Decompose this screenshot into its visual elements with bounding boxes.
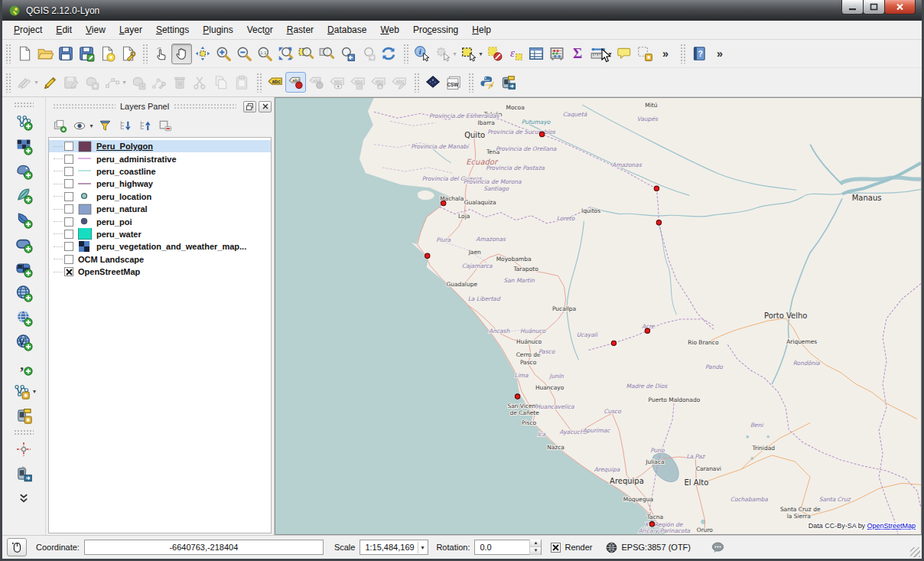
new-print-composer-button[interactable] xyxy=(96,44,117,64)
toolbar-handle[interactable] xyxy=(256,73,262,93)
new-shapefile-layer-button[interactable] xyxy=(10,380,33,403)
metasearch-csw-button[interactable]: CSW xyxy=(443,72,464,93)
toolbar-handle[interactable] xyxy=(414,73,420,93)
layer-visibility-checkbox[interactable] xyxy=(64,242,73,251)
toggle-editing-button[interactable] xyxy=(40,72,60,93)
layer-visibility-checkbox[interactable] xyxy=(64,230,73,239)
toolbar-handle[interactable] xyxy=(680,44,686,64)
toolbar-handle[interactable] xyxy=(142,44,148,64)
toolbar-handle[interactable] xyxy=(14,429,34,435)
toolbar-handle[interactable] xyxy=(468,73,474,93)
refresh-map-button[interactable] xyxy=(378,44,399,64)
zoom-out-button[interactable] xyxy=(233,44,254,64)
close-button[interactable] xyxy=(884,0,916,15)
touch-zoom-and-pan-button[interactable] xyxy=(151,44,171,64)
layer-row-peru-natural[interactable]: peru_natural xyxy=(49,203,271,215)
coordinate-tracking-button[interactable] xyxy=(7,538,27,556)
layer-row-peru-vegetation-and-weather-map-[interactable]: peru_vegetation_and_weather_map... xyxy=(49,240,271,253)
collapse-all-button[interactable] xyxy=(135,116,155,135)
crs-status-button[interactable] xyxy=(602,538,622,556)
menu-plugins[interactable]: Plugins xyxy=(196,22,239,38)
new-project-button[interactable] xyxy=(14,44,34,64)
menu-processing[interactable]: Processing xyxy=(406,22,465,38)
coordinate-capture-button[interactable] xyxy=(12,438,35,461)
pan-to-selection-button[interactable] xyxy=(192,44,213,64)
window-resize-grip[interactable] xyxy=(910,547,920,557)
scale-dropdown-icon[interactable]: ▾ xyxy=(418,542,426,553)
add-postgis-layer-button[interactable] xyxy=(12,159,35,182)
toolbar-handle[interactable] xyxy=(14,102,34,108)
expand-all-button[interactable] xyxy=(115,116,135,135)
scale-combobox[interactable]: 1:15,484,169▾ xyxy=(360,540,428,555)
add-vector-layer-button[interactable] xyxy=(12,110,35,133)
minimize-button[interactable] xyxy=(841,0,864,15)
layer-row-openstreetmap[interactable]: OpenStreetMap xyxy=(49,266,271,278)
panel-float-button[interactable] xyxy=(243,101,256,113)
menu-edit[interactable]: Edit xyxy=(49,22,79,38)
menu-database[interactable]: Database xyxy=(320,22,373,38)
pin-unpin-labels-button[interactable]: ab xyxy=(285,72,306,93)
add-oracle-layer-button[interactable] xyxy=(12,233,35,256)
toolbar-handle[interactable] xyxy=(5,44,11,64)
layer-row-peru-coastline[interactable]: peru_coastline xyxy=(49,165,271,178)
menu-raster[interactable]: Raster xyxy=(280,22,320,38)
menu-web[interactable]: Web xyxy=(373,22,405,38)
add-group-button[interactable] xyxy=(50,116,70,135)
layer-row-peru-location[interactable]: peru_location xyxy=(49,191,271,203)
layer-labeling-options-button[interactable]: abc xyxy=(265,72,285,93)
add-spatialite-layer-button[interactable] xyxy=(12,184,35,207)
zoom-to-layer-button[interactable] xyxy=(316,44,337,64)
remove-layer-group-button[interactable] xyxy=(155,116,174,135)
layer-visibility-checkbox[interactable] xyxy=(64,179,73,188)
toolbar-handle[interactable] xyxy=(5,73,11,93)
layer-visibility-checkbox[interactable] xyxy=(64,267,73,276)
osm-attribution-link[interactable]: OpenStreetMap xyxy=(867,522,916,530)
layer-visibility-checkbox[interactable] xyxy=(64,192,73,201)
zoom-in-button[interactable] xyxy=(213,44,233,64)
new-bookmark-button[interactable] xyxy=(634,44,655,64)
add-mssql-layer-button[interactable] xyxy=(12,208,35,231)
heatmap-plugin-button[interactable] xyxy=(422,72,443,93)
filter-legend-button[interactable] xyxy=(95,116,115,135)
render-checkbox[interactable] xyxy=(551,543,561,553)
toolbar-overflow-button[interactable]: » xyxy=(655,44,675,64)
layer-row-peru-poi[interactable]: peru_poi xyxy=(49,215,271,227)
layer-row-peru-highway[interactable]: peru_highway xyxy=(49,178,271,190)
measure-line-button[interactable] xyxy=(587,44,608,64)
zoom-full-button[interactable] xyxy=(275,44,295,64)
title-bar[interactable]: QGIS 2.12.0-Lyon xyxy=(2,0,922,21)
menu-layer[interactable]: Layer xyxy=(112,22,149,38)
layer-visibility-checkbox[interactable] xyxy=(64,204,73,214)
panel-grip[interactable] xyxy=(174,103,236,109)
add-wfs-layer-button[interactable] xyxy=(12,331,35,354)
panel-grip[interactable] xyxy=(53,103,116,109)
deselect-features-button[interactable] xyxy=(484,44,505,64)
messages-button[interactable] xyxy=(708,538,727,556)
statistical-summary-button[interactable]: Σ xyxy=(567,44,587,64)
menu-help[interactable]: Help xyxy=(465,22,498,38)
layer-visibility-checkbox[interactable] xyxy=(64,217,73,227)
add-delimited-text-layer-button[interactable]: , xyxy=(12,355,35,378)
toolbar-handle[interactable] xyxy=(403,44,409,64)
save-project-as-button[interactable] xyxy=(76,44,96,64)
add-wcs-layer-button[interactable] xyxy=(12,306,35,329)
rotation-spinbox[interactable]: 0.0 ▲▼ xyxy=(474,540,542,555)
menu-project[interactable]: Project xyxy=(7,22,49,38)
evis-event-browser-button[interactable] xyxy=(497,72,518,93)
gps-tools-button[interactable] xyxy=(12,462,35,485)
rotation-spinner-buttons[interactable]: ▲▼ xyxy=(529,540,541,555)
field-calculator-button[interactable] xyxy=(546,44,567,64)
new-gpx-layer-button[interactable] xyxy=(12,404,35,427)
menu-view[interactable]: View xyxy=(79,22,112,38)
map-canvas[interactable]: QuitoManausPorto VelhoArequipaEl AltoMoc… xyxy=(275,97,922,535)
layer-row-peru-water[interactable]: peru_water xyxy=(49,228,271,240)
menu-settings[interactable]: Settings xyxy=(149,22,196,38)
layer-visibility-checkbox[interactable] xyxy=(64,155,73,164)
maximize-button[interactable] xyxy=(863,0,885,15)
layer-visibility-checkbox[interactable] xyxy=(64,167,73,176)
pan-map-button[interactable] xyxy=(171,44,192,64)
layer-row-peru-polygon[interactable]: Peru_Polygon xyxy=(49,140,271,152)
open-attribute-table-button[interactable] xyxy=(525,44,546,64)
save-project-button[interactable] xyxy=(55,44,76,64)
zoom-to-selection-button[interactable] xyxy=(295,44,316,64)
